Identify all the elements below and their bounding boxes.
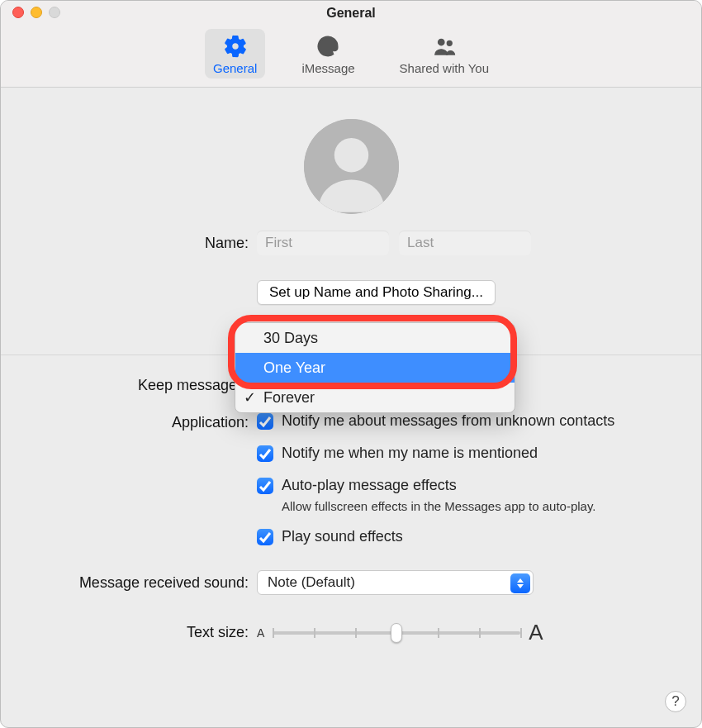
preferences-window: General General iMessage Shared with You — [0, 0, 702, 728]
first-name-input[interactable] — [257, 231, 389, 255]
titlebar: General — [1, 1, 701, 26]
last-name-input[interactable] — [399, 231, 531, 255]
setup-sharing-button[interactable]: Set up Name and Photo Sharing... — [257, 280, 496, 305]
sound-value: Note (Default) — [268, 574, 355, 591]
tab-label: General — [213, 61, 257, 75]
checkbox-label: Auto-play message effects — [282, 477, 457, 494]
tab-imessage[interactable]: iMessage — [293, 29, 363, 79]
textsize-big-glyph: A — [529, 620, 543, 645]
help-button[interactable]: ? — [665, 691, 686, 712]
sound-label: Message received sound: — [24, 574, 257, 592]
name-label: Name: — [24, 235, 257, 252]
tab-toolbar: General iMessage Shared with You — [1, 26, 701, 88]
keep-messages-popup: 30 Days One Year ✓Forever — [235, 322, 515, 413]
svg-point-4 — [334, 138, 368, 172]
option-one-year[interactable]: One Year — [235, 353, 515, 383]
minimize-icon[interactable] — [31, 7, 42, 18]
window-title: General — [326, 6, 376, 21]
checkbox-name-mentioned[interactable] — [257, 445, 273, 462]
person-icon — [304, 119, 399, 214]
tab-label: iMessage — [301, 61, 354, 75]
keep-messages-label: Keep messages: — [24, 377, 257, 394]
svg-point-1 — [438, 39, 444, 45]
tab-general[interactable]: General — [205, 29, 265, 79]
textsize-slider[interactable] — [273, 621, 520, 645]
checkbox-sound-effects[interactable] — [257, 529, 273, 545]
checkmark-icon: ✓ — [244, 388, 256, 407]
checkbox-autoplay-effects[interactable] — [257, 478, 273, 494]
checkbox-label: Notify me when my name is mentioned — [282, 445, 538, 462]
tab-label: Shared with You — [400, 61, 489, 75]
checkbox-label: Notify me about messages from unknown co… — [282, 412, 614, 430]
option-forever[interactable]: ✓Forever — [235, 383, 515, 412]
option-30-days[interactable]: 30 Days — [235, 323, 515, 353]
svg-point-2 — [447, 40, 452, 45]
application-label: Application: — [24, 412, 257, 431]
sound-select[interactable]: Note (Default) — [257, 570, 534, 595]
avatar-wrap — [24, 119, 678, 214]
checkbox-unknown-contacts[interactable] — [257, 413, 273, 430]
traffic-lights — [12, 7, 60, 18]
zoom-icon[interactable] — [49, 7, 60, 18]
textsize-small-glyph: A — [257, 626, 264, 640]
chevron-updown-icon — [510, 573, 530, 593]
autoplay-hint: Allow fullscreen effects in the Messages… — [282, 499, 614, 513]
avatar[interactable] — [304, 119, 399, 214]
name-row: Name: — [24, 231, 678, 255]
gear-icon — [223, 34, 248, 59]
tab-shared-with-you[interactable]: Shared with You — [391, 29, 497, 79]
textsize-label: Text size: — [24, 624, 257, 641]
at-icon — [315, 34, 340, 59]
people-icon — [432, 34, 457, 59]
checkbox-label: Play sound effects — [282, 528, 403, 545]
close-icon[interactable] — [12, 7, 24, 18]
slider-knob[interactable] — [391, 623, 402, 643]
